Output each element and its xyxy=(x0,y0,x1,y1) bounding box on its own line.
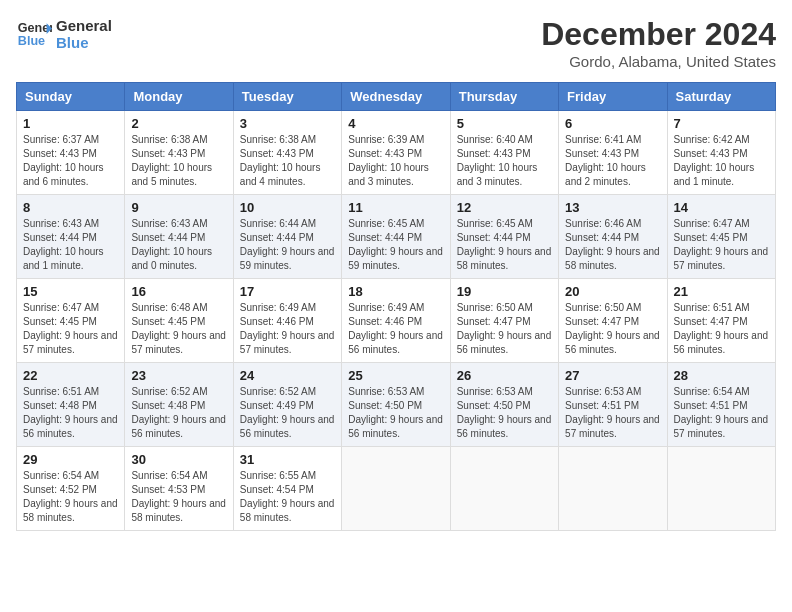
day-number: 16 xyxy=(131,284,226,299)
day-number: 4 xyxy=(348,116,443,131)
day-cell: 1Sunrise: 6:37 AMSunset: 4:43 PMDaylight… xyxy=(17,111,125,195)
day-cell: 14Sunrise: 6:47 AMSunset: 4:45 PMDayligh… xyxy=(667,195,775,279)
day-cell: 23Sunrise: 6:52 AMSunset: 4:48 PMDayligh… xyxy=(125,363,233,447)
day-info: Sunrise: 6:37 AMSunset: 4:43 PMDaylight:… xyxy=(23,133,118,189)
day-info: Sunrise: 6:51 AMSunset: 4:48 PMDaylight:… xyxy=(23,385,118,441)
day-cell: 20Sunrise: 6:50 AMSunset: 4:47 PMDayligh… xyxy=(559,279,667,363)
day-info: Sunrise: 6:38 AMSunset: 4:43 PMDaylight:… xyxy=(240,133,335,189)
day-cell: 26Sunrise: 6:53 AMSunset: 4:50 PMDayligh… xyxy=(450,363,558,447)
day-cell: 8Sunrise: 6:43 AMSunset: 4:44 PMDaylight… xyxy=(17,195,125,279)
day-info: Sunrise: 6:52 AMSunset: 4:49 PMDaylight:… xyxy=(240,385,335,441)
header-friday: Friday xyxy=(559,83,667,111)
day-number: 18 xyxy=(348,284,443,299)
day-info: Sunrise: 6:54 AMSunset: 4:52 PMDaylight:… xyxy=(23,469,118,525)
day-cell: 5Sunrise: 6:40 AMSunset: 4:43 PMDaylight… xyxy=(450,111,558,195)
day-cell: 9Sunrise: 6:43 AMSunset: 4:44 PMDaylight… xyxy=(125,195,233,279)
day-cell: 12Sunrise: 6:45 AMSunset: 4:44 PMDayligh… xyxy=(450,195,558,279)
day-info: Sunrise: 6:45 AMSunset: 4:44 PMDaylight:… xyxy=(348,217,443,273)
calendar: SundayMondayTuesdayWednesdayThursdayFrid… xyxy=(16,82,776,531)
day-number: 26 xyxy=(457,368,552,383)
week-row-1: 1Sunrise: 6:37 AMSunset: 4:43 PMDaylight… xyxy=(17,111,776,195)
day-number: 3 xyxy=(240,116,335,131)
header-saturday: Saturday xyxy=(667,83,775,111)
day-info: Sunrise: 6:46 AMSunset: 4:44 PMDaylight:… xyxy=(565,217,660,273)
day-cell: 4Sunrise: 6:39 AMSunset: 4:43 PMDaylight… xyxy=(342,111,450,195)
day-cell: 13Sunrise: 6:46 AMSunset: 4:44 PMDayligh… xyxy=(559,195,667,279)
day-number: 9 xyxy=(131,200,226,215)
day-info: Sunrise: 6:53 AMSunset: 4:50 PMDaylight:… xyxy=(348,385,443,441)
day-number: 11 xyxy=(348,200,443,215)
day-number: 10 xyxy=(240,200,335,215)
day-cell: 18Sunrise: 6:49 AMSunset: 4:46 PMDayligh… xyxy=(342,279,450,363)
day-number: 21 xyxy=(674,284,769,299)
week-row-4: 22Sunrise: 6:51 AMSunset: 4:48 PMDayligh… xyxy=(17,363,776,447)
day-cell: 29Sunrise: 6:54 AMSunset: 4:52 PMDayligh… xyxy=(17,447,125,531)
day-info: Sunrise: 6:42 AMSunset: 4:43 PMDaylight:… xyxy=(674,133,769,189)
day-cell xyxy=(559,447,667,531)
logo: General Blue GeneralBlue xyxy=(16,16,112,52)
day-info: Sunrise: 6:49 AMSunset: 4:46 PMDaylight:… xyxy=(348,301,443,357)
main-title: December 2024 xyxy=(541,16,776,53)
day-cell: 11Sunrise: 6:45 AMSunset: 4:44 PMDayligh… xyxy=(342,195,450,279)
day-number: 31 xyxy=(240,452,335,467)
day-cell: 27Sunrise: 6:53 AMSunset: 4:51 PMDayligh… xyxy=(559,363,667,447)
day-number: 22 xyxy=(23,368,118,383)
day-number: 27 xyxy=(565,368,660,383)
day-cell: 15Sunrise: 6:47 AMSunset: 4:45 PMDayligh… xyxy=(17,279,125,363)
day-cell: 16Sunrise: 6:48 AMSunset: 4:45 PMDayligh… xyxy=(125,279,233,363)
day-info: Sunrise: 6:51 AMSunset: 4:47 PMDaylight:… xyxy=(674,301,769,357)
day-info: Sunrise: 6:54 AMSunset: 4:51 PMDaylight:… xyxy=(674,385,769,441)
day-info: Sunrise: 6:38 AMSunset: 4:43 PMDaylight:… xyxy=(131,133,226,189)
day-number: 28 xyxy=(674,368,769,383)
day-info: Sunrise: 6:48 AMSunset: 4:45 PMDaylight:… xyxy=(131,301,226,357)
day-cell: 22Sunrise: 6:51 AMSunset: 4:48 PMDayligh… xyxy=(17,363,125,447)
day-cell: 19Sunrise: 6:50 AMSunset: 4:47 PMDayligh… xyxy=(450,279,558,363)
day-info: Sunrise: 6:53 AMSunset: 4:51 PMDaylight:… xyxy=(565,385,660,441)
day-number: 19 xyxy=(457,284,552,299)
day-info: Sunrise: 6:41 AMSunset: 4:43 PMDaylight:… xyxy=(565,133,660,189)
day-info: Sunrise: 6:43 AMSunset: 4:44 PMDaylight:… xyxy=(131,217,226,273)
day-info: Sunrise: 6:53 AMSunset: 4:50 PMDaylight:… xyxy=(457,385,552,441)
day-info: Sunrise: 6:49 AMSunset: 4:46 PMDaylight:… xyxy=(240,301,335,357)
day-number: 23 xyxy=(131,368,226,383)
day-cell: 21Sunrise: 6:51 AMSunset: 4:47 PMDayligh… xyxy=(667,279,775,363)
week-row-5: 29Sunrise: 6:54 AMSunset: 4:52 PMDayligh… xyxy=(17,447,776,531)
day-number: 7 xyxy=(674,116,769,131)
day-cell: 17Sunrise: 6:49 AMSunset: 4:46 PMDayligh… xyxy=(233,279,341,363)
day-info: Sunrise: 6:54 AMSunset: 4:53 PMDaylight:… xyxy=(131,469,226,525)
day-number: 30 xyxy=(131,452,226,467)
day-info: Sunrise: 6:44 AMSunset: 4:44 PMDaylight:… xyxy=(240,217,335,273)
day-number: 6 xyxy=(565,116,660,131)
day-cell: 6Sunrise: 6:41 AMSunset: 4:43 PMDaylight… xyxy=(559,111,667,195)
day-cell: 10Sunrise: 6:44 AMSunset: 4:44 PMDayligh… xyxy=(233,195,341,279)
day-number: 20 xyxy=(565,284,660,299)
day-info: Sunrise: 6:47 AMSunset: 4:45 PMDaylight:… xyxy=(23,301,118,357)
day-cell xyxy=(342,447,450,531)
logo-text: GeneralBlue xyxy=(56,17,112,51)
subtitle: Gordo, Alabama, United States xyxy=(541,53,776,70)
svg-text:Blue: Blue xyxy=(18,34,45,48)
day-number: 15 xyxy=(23,284,118,299)
day-number: 29 xyxy=(23,452,118,467)
week-row-2: 8Sunrise: 6:43 AMSunset: 4:44 PMDaylight… xyxy=(17,195,776,279)
header-thursday: Thursday xyxy=(450,83,558,111)
day-number: 25 xyxy=(348,368,443,383)
header-wednesday: Wednesday xyxy=(342,83,450,111)
calendar-header-row: SundayMondayTuesdayWednesdayThursdayFrid… xyxy=(17,83,776,111)
header-sunday: Sunday xyxy=(17,83,125,111)
day-number: 5 xyxy=(457,116,552,131)
day-cell: 24Sunrise: 6:52 AMSunset: 4:49 PMDayligh… xyxy=(233,363,341,447)
logo-icon: General Blue xyxy=(16,16,52,52)
day-info: Sunrise: 6:45 AMSunset: 4:44 PMDaylight:… xyxy=(457,217,552,273)
day-number: 13 xyxy=(565,200,660,215)
day-info: Sunrise: 6:40 AMSunset: 4:43 PMDaylight:… xyxy=(457,133,552,189)
day-info: Sunrise: 6:50 AMSunset: 4:47 PMDaylight:… xyxy=(565,301,660,357)
day-number: 17 xyxy=(240,284,335,299)
day-number: 24 xyxy=(240,368,335,383)
day-number: 14 xyxy=(674,200,769,215)
day-number: 8 xyxy=(23,200,118,215)
title-block: December 2024 Gordo, Alabama, United Sta… xyxy=(541,16,776,70)
day-number: 1 xyxy=(23,116,118,131)
day-info: Sunrise: 6:52 AMSunset: 4:48 PMDaylight:… xyxy=(131,385,226,441)
day-cell: 31Sunrise: 6:55 AMSunset: 4:54 PMDayligh… xyxy=(233,447,341,531)
